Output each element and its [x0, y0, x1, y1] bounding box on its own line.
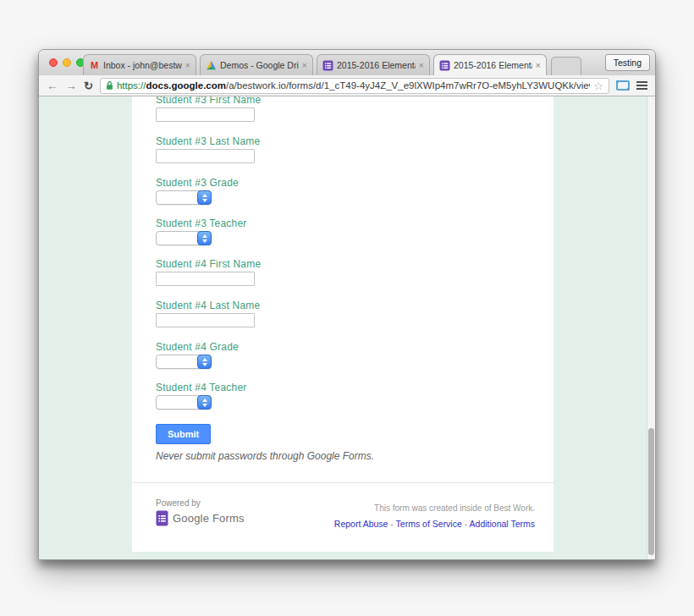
field-label: Student #4 Grade — [156, 342, 554, 353]
google-forms-logo[interactable]: Google Forms — [156, 510, 245, 526]
tab-close-icon[interactable]: × — [302, 60, 307, 70]
url-scheme: https:// — [117, 80, 146, 91]
select-student-3-teacher[interactable] — [156, 231, 212, 245]
form-field-group: Student #4 Grade — [156, 342, 554, 369]
created-note: This form was created inside of Best Wor… — [334, 503, 535, 513]
footer-left: Powered by Google Forms — [156, 498, 245, 529]
form-field-group: Student #4 Last Name — [156, 300, 554, 327]
tab-title: Inbox - john@bestwork.io — [103, 60, 182, 70]
profile-button[interactable]: Testing — [605, 54, 650, 71]
tab-close-icon[interactable]: × — [185, 60, 190, 70]
select-stepper-icon — [197, 395, 212, 410]
form-field-group: Student #3 Grade — [156, 178, 554, 205]
field-label: Student #4 Teacher — [156, 382, 554, 393]
tab-title: Demos - Google Drive — [220, 60, 299, 70]
field-label: Student #3 Teacher — [156, 218, 554, 229]
bookmark-star-icon[interactable]: ☆ — [593, 80, 603, 92]
field-label: Student #4 First Name — [156, 259, 554, 270]
input-student-3-first-name[interactable] — [156, 107, 255, 122]
password-note: Never submit passwords through Google Fo… — [156, 450, 554, 462]
page-scrollbar-track[interactable] — [647, 96, 655, 559]
forms-logo-icon — [156, 510, 168, 526]
field-label: Student #3 Grade — [156, 178, 554, 189]
drive-icon — [206, 60, 217, 71]
lock-icon — [106, 80, 113, 91]
form-area: Student #3 First Name Student #3 Last Na… — [132, 96, 554, 462]
footer-links: Report Abuse - Terms of Service - Additi… — [334, 519, 535, 529]
tab-elementary-form-1[interactable]: 2015-2016 Elementary Sc × — [317, 54, 430, 75]
tab-strip: M Inbox - john@bestwork.io × Demos - Goo… — [83, 54, 581, 75]
page-scrollbar-thumb[interactable] — [648, 428, 654, 555]
tab-close-icon[interactable]: × — [536, 60, 541, 70]
tab-title: 2015-2016 Elementary Sc — [454, 60, 532, 70]
select-student-4-teacher[interactable] — [156, 395, 212, 410]
form-field-group: Student #4 First Name — [156, 259, 554, 286]
menu-icon[interactable] — [636, 81, 647, 90]
input-student-4-first-name[interactable] — [156, 272, 255, 286]
browser-window: M Inbox - john@bestwork.io × Demos - Goo… — [38, 49, 656, 560]
form-field-group: Student #4 Teacher — [156, 382, 554, 410]
new-tab-button[interactable] — [551, 57, 581, 75]
tab-title: 2015-2016 Elementary Sc — [337, 60, 416, 70]
tab-bar: M Inbox - john@bestwork.io × Demos - Goo… — [39, 50, 655, 75]
form-card: Student #3 First Name Student #3 Last Na… — [132, 96, 554, 552]
select-student-3-grade[interactable] — [156, 190, 212, 205]
forms-logo-text: Google Forms — [173, 512, 245, 525]
link-separator: - — [462, 519, 470, 529]
link-separator: - — [388, 519, 395, 529]
field-label: Student #3 First Name — [156, 96, 554, 106]
input-student-4-last-name[interactable] — [156, 313, 255, 327]
window-controls — [49, 58, 85, 67]
select-stepper-icon — [197, 190, 212, 205]
additional-terms-link[interactable]: Additional Terms — [470, 519, 535, 529]
forms-icon — [322, 60, 333, 71]
select-stepper-icon — [197, 355, 212, 369]
back-icon[interactable]: ← — [47, 80, 58, 91]
form-field-group: Student #3 Last Name — [156, 136, 554, 163]
reload-icon[interactable]: ↻ — [84, 80, 93, 92]
forms-icon — [439, 60, 450, 71]
close-window-button[interactable] — [49, 58, 58, 67]
address-bar[interactable]: https://docs.google.com/a/bestwork.io/fo… — [100, 78, 609, 94]
select-stepper-icon — [197, 231, 212, 245]
url-text: https://docs.google.com/a/bestwork.io/fo… — [117, 80, 590, 91]
form-field-group: Student #3 Teacher — [156, 218, 554, 245]
tab-close-icon[interactable]: × — [419, 60, 424, 70]
input-student-3-last-name[interactable] — [156, 149, 255, 163]
terms-of-service-link[interactable]: Terms of Service — [396, 519, 462, 529]
forward-icon[interactable]: → — [65, 80, 77, 91]
url-path: /a/bestwork.io/forms/d/1_cT49-4yJ4Z_V_e9… — [226, 80, 590, 91]
footer-divider — [132, 482, 554, 483]
browser-toolbar: ← → ↻ https://docs.google.com/a/bestwork… — [39, 75, 655, 96]
tab-elementary-form-2-active[interactable]: 2015-2016 Elementary Sc × — [433, 54, 547, 75]
select-student-4-grade[interactable] — [156, 355, 212, 369]
tab-google-drive[interactable]: Demos - Google Drive × — [200, 54, 313, 75]
url-host: docs.google.com — [146, 80, 226, 91]
tab-inbox[interactable]: M Inbox - john@bestwork.io × — [83, 54, 196, 75]
field-label: Student #3 Last Name — [156, 136, 554, 147]
form-footer: Powered by Google Forms This form was cr… — [156, 498, 535, 529]
powered-by-label: Powered by — [156, 498, 245, 508]
footer-right: This form was created inside of Best Wor… — [334, 503, 535, 529]
form-field-group: Student #3 First Name — [156, 96, 554, 122]
page-viewport: Student #3 First Name Student #3 Last Na… — [39, 96, 655, 559]
report-abuse-link[interactable]: Report Abuse — [334, 519, 388, 529]
field-label: Student #4 Last Name — [156, 300, 554, 311]
gmail-icon: M — [89, 60, 100, 71]
extension-frame-icon[interactable] — [616, 80, 630, 91]
submit-button[interactable]: Submit — [156, 424, 211, 444]
minimize-window-button[interactable] — [63, 58, 71, 67]
